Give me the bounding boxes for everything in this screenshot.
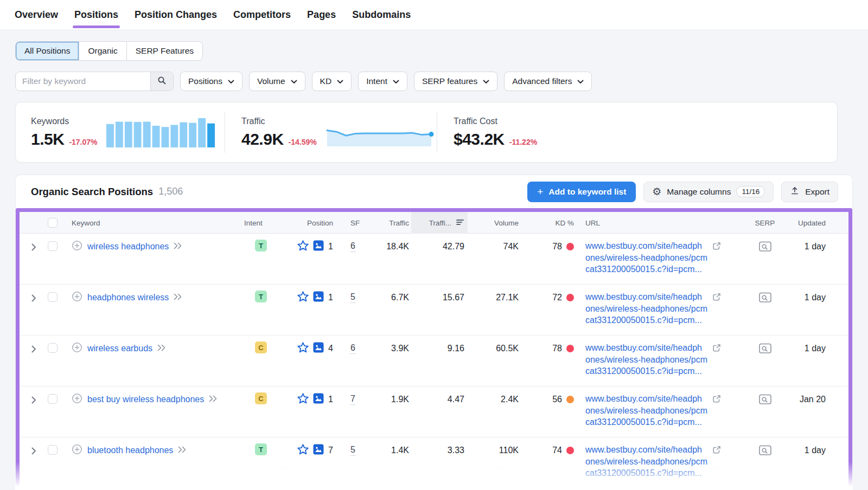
tab-competitors[interactable]: Competitors — [233, 0, 291, 30]
serp-preview-icon[interactable] — [759, 343, 771, 356]
column-header-traffic[interactable]: Traffic — [375, 219, 411, 227]
keyword-link[interactable]: headphones wireless — [87, 293, 169, 302]
add-keyword-plus-icon[interactable] — [72, 240, 82, 253]
expand-row-chevron-icon[interactable] — [31, 243, 36, 253]
columns-count-badge: 11/16 — [736, 186, 765, 197]
segment-serp-features[interactable]: SERP Features — [127, 42, 202, 60]
keywords-bar-sparkline — [106, 118, 215, 147]
external-link-icon[interactable] — [712, 241, 722, 253]
keyword-link[interactable]: bluetooth headphones — [87, 446, 173, 455]
keywords-label: Keywords — [31, 117, 98, 126]
segment-organic[interactable]: Organic — [79, 42, 126, 60]
traffic-percent-header-label: Traffi... — [429, 219, 451, 227]
url-link[interactable]: www.bestbuy.com/site/headphones/wireless… — [585, 444, 707, 479]
volume-value: 74K — [468, 234, 522, 252]
expand-row-chevron-icon[interactable] — [31, 345, 36, 354]
serp-features-count[interactable]: 5 — [350, 292, 355, 303]
tab-position-changes[interactable]: Position Changes — [135, 0, 217, 30]
tab-label: Subdomains — [352, 9, 411, 21]
column-header-serp[interactable]: SERP — [744, 219, 786, 227]
tab-positions[interactable]: Positions — [74, 0, 118, 30]
double-chevron-icon[interactable] — [209, 395, 218, 404]
filter-dropdown-serp-features[interactable]: SERP features — [414, 72, 497, 91]
keyword-link[interactable]: wireless headphones — [87, 242, 169, 252]
double-chevron-icon[interactable] — [178, 446, 187, 455]
keyword-link[interactable]: wireless earbuds — [87, 344, 152, 353]
table-header-bar: Organic Search Positions 1,506 + Add to … — [16, 175, 852, 208]
row-checkbox[interactable] — [48, 241, 58, 251]
url-link[interactable]: www.bestbuy.com/site/headphones/wireless… — [585, 342, 707, 377]
intent-badge: T — [255, 240, 267, 252]
keyword-link[interactable]: best buy wireless headphones — [87, 395, 204, 404]
expand-row-chevron-icon[interactable] — [31, 396, 36, 405]
manage-columns-button[interactable]: ⚙ Manage columns 11/16 — [643, 182, 774, 202]
external-link-icon[interactable] — [712, 343, 722, 355]
double-chevron-icon[interactable] — [157, 344, 166, 353]
column-header-keyword[interactable]: Keyword — [72, 219, 244, 227]
kd-difficulty-dot — [566, 447, 574, 454]
top-nav: OverviewPositionsPosition ChangesCompeti… — [0, 0, 868, 30]
volume-value: 60.5K — [468, 336, 522, 354]
dropdown-label: Advanced filters — [512, 76, 572, 86]
export-button[interactable]: Export — [781, 182, 838, 202]
filter-dropdown-advanced-filters[interactable]: Advanced filters — [504, 72, 592, 91]
table-row-count: 1,506 — [158, 186, 183, 197]
column-header-volume[interactable]: Volume — [468, 219, 522, 227]
column-header-updated[interactable]: Updated — [786, 219, 840, 227]
serp-preview-icon[interactable] — [759, 292, 771, 305]
add-keyword-plus-icon[interactable] — [72, 393, 82, 406]
column-header-url[interactable]: URL — [576, 219, 744, 227]
image-serp-feature-icon — [313, 291, 324, 304]
add-keyword-plus-icon[interactable] — [72, 444, 82, 457]
serp-features-count[interactable]: 6 — [350, 343, 355, 354]
external-link-icon[interactable] — [712, 394, 722, 406]
volume-value: 27.1K — [468, 285, 522, 303]
add-keyword-plus-icon[interactable] — [72, 342, 82, 355]
expand-row-chevron-icon[interactable] — [31, 447, 36, 456]
serp-features-count[interactable]: 6 — [350, 241, 355, 252]
add-to-keyword-list-button[interactable]: + Add to keyword list — [527, 182, 636, 202]
expand-row-chevron-icon[interactable] — [31, 294, 36, 304]
url-link[interactable]: www.bestbuy.com/site/headphones/wireless… — [585, 240, 707, 275]
serp-preview-icon[interactable] — [759, 394, 771, 407]
serp-features-count[interactable]: 7 — [350, 394, 355, 405]
url-link[interactable]: www.bestbuy.com/site/headphones/wireless… — [585, 393, 707, 428]
tab-pages[interactable]: Pages — [307, 0, 336, 30]
filter-dropdown-positions[interactable]: Positions — [180, 72, 242, 91]
column-header-sf[interactable]: SF — [350, 219, 375, 227]
serp-features-count[interactable]: 5 — [350, 445, 355, 456]
kd-value: 78 — [552, 343, 562, 354]
column-header-intent[interactable]: Intent — [244, 219, 278, 227]
filter-dropdown-volume[interactable]: Volume — [249, 72, 305, 91]
column-header-position[interactable]: Position — [278, 219, 350, 227]
filter-dropdown-kd[interactable]: KD — [312, 72, 352, 91]
column-header-kd[interactable]: KD % — [522, 219, 576, 227]
double-chevron-icon[interactable] — [174, 293, 182, 302]
double-chevron-icon[interactable] — [174, 242, 182, 252]
select-all-checkbox[interactable] — [48, 218, 58, 228]
external-link-icon[interactable] — [712, 445, 722, 457]
stats-panel: Keywords 1.5K -17.07% Traffic 42.9K -14.… — [15, 102, 838, 163]
add-keyword-plus-icon[interactable] — [72, 291, 82, 304]
column-header-traffic-percent[interactable]: Traffi... — [411, 212, 468, 234]
keyword-filter-input[interactable] — [16, 72, 150, 91]
row-checkbox[interactable] — [48, 292, 58, 302]
traffic-cost-stat: Traffic Cost $43.2K -11.22% — [437, 117, 537, 149]
url-link[interactable]: www.bestbuy.com/site/headphones/wireless… — [585, 291, 707, 326]
row-checkbox[interactable] — [48, 394, 58, 404]
segment-all-positions[interactable]: All Positions — [16, 42, 79, 60]
row-checkbox[interactable] — [48, 445, 58, 455]
serp-preview-icon[interactable] — [759, 241, 771, 254]
tab-subdomains[interactable]: Subdomains — [352, 0, 411, 30]
row-checkbox[interactable] — [48, 343, 58, 353]
star-serp-feature-icon — [297, 342, 309, 355]
serp-preview-icon[interactable] — [759, 445, 771, 458]
position-value: 4 — [328, 343, 333, 354]
external-link-icon[interactable] — [712, 292, 722, 304]
tab-overview[interactable]: Overview — [15, 0, 58, 30]
filter-dropdown-intent[interactable]: Intent — [358, 72, 407, 91]
table-rows: wireless headphones T 1 6 18.4K 42.79 74… — [20, 234, 848, 488]
keyword-search-button[interactable] — [150, 72, 173, 91]
traffic-percent-value: 4.47 — [411, 386, 468, 405]
tab-label: Competitors — [233, 9, 291, 21]
